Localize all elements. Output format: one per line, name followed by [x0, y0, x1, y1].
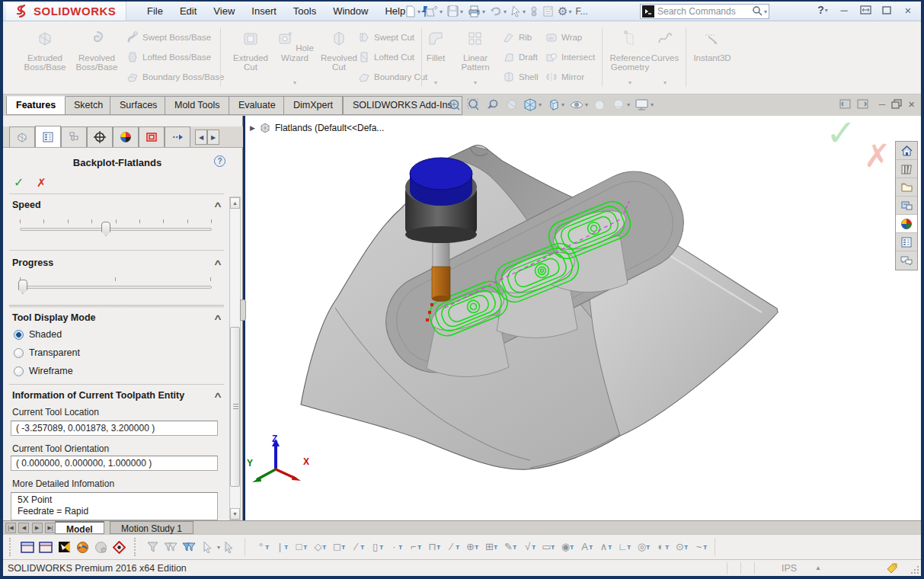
search-scope-icon[interactable]: [642, 5, 654, 18]
tab-mold-tools[interactable]: Mold Tools: [165, 96, 230, 115]
dropdown-arrow-icon[interactable]: ▾: [504, 8, 507, 15]
instant3d-button[interactable]: Instant3D: [689, 26, 736, 62]
scroll-up-button[interactable]: ▲: [230, 197, 240, 209]
flatlands-part-model[interactable]: [301, 146, 778, 470]
filter-axes-icon[interactable]: ∕: [347, 539, 366, 555]
tool-display-mode-header[interactable]: Tool Display Mode: [12, 312, 96, 323]
show-left-pane-icon[interactable]: [839, 99, 851, 109]
pm-ok-button[interactable]: ✓: [14, 175, 24, 190]
panel-splitter-handle[interactable]: [240, 299, 246, 321]
design-library-icon[interactable]: [896, 160, 917, 178]
tab-surfaces[interactable]: Surfaces: [110, 96, 167, 115]
view-orientation-button[interactable]: ▾: [523, 97, 542, 113]
confirmation-cancel-watermark[interactable]: ✗: [864, 137, 890, 174]
view-palette-icon[interactable]: [896, 197, 917, 215]
linear-pattern-button[interactable]: Linear Pattern: [456, 26, 495, 72]
open-button[interactable]: ▾: [423, 3, 444, 20]
select-button[interactable]: ▾: [509, 3, 527, 20]
feature-tree-root-item[interactable]: ▶ Flatlands (Default<<Defa...: [250, 122, 384, 133]
filter-planes-icon[interactable]: ▯: [366, 539, 385, 555]
doc-restore-button[interactable]: [891, 99, 902, 109]
tab-solidworks-add-ins[interactable]: SOLIDWORKS Add-Ins: [343, 96, 462, 115]
dropdown-arrow-icon[interactable]: ▾: [627, 101, 630, 108]
filter-notes-icon[interactable]: ◉: [556, 539, 575, 555]
extruded-boss-button[interactable]: Extruded Boss/Base: [21, 26, 69, 72]
filter-connection-points-icon[interactable]: ⊙: [670, 539, 689, 555]
reference-geometry-button[interactable]: Reference Geometry: [606, 26, 654, 72]
boundary-boss-button[interactable]: Boundary Boss/Base: [126, 70, 224, 84]
minimize-button[interactable]: ─: [836, 3, 852, 17]
tab-scroll-right-button[interactable]: ▶: [207, 130, 219, 145]
doc-minimize-button[interactable]: ─: [879, 99, 886, 110]
tab-next-button[interactable]: ▶: [32, 523, 43, 533]
motion-study-tab[interactable]: Motion Study 1: [110, 521, 193, 534]
tab-sketch[interactable]: Sketch: [64, 96, 113, 115]
filter-faces-icon[interactable]: □: [289, 539, 309, 555]
new-document-button[interactable]: ▾: [402, 3, 422, 20]
dropdown-arrow-icon[interactable]: ▾: [482, 8, 485, 15]
cam-manager-tab[interactable]: [139, 126, 165, 147]
toolbar-drag-handle[interactable]: [134, 538, 137, 556]
file-explorer-icon[interactable]: [896, 178, 917, 197]
dropdown-arrow-icon[interactable]: ▾: [271, 79, 318, 86]
filter-blocks-icon[interactable]: ◐: [651, 539, 670, 555]
menu-insert[interactable]: Insert: [243, 2, 285, 20]
radio-transparent[interactable]: Transparent: [14, 347, 80, 358]
target-diamond-icon[interactable]: [110, 539, 128, 555]
filter-dimensions-icon[interactable]: ✎: [499, 539, 518, 555]
collapse-chevron-icon[interactable]: ∧: [213, 390, 223, 400]
filter-points-icon[interactable]: ·: [385, 539, 404, 555]
menu-tools[interactable]: Tools: [285, 2, 325, 20]
clear-filters-icon[interactable]: [161, 539, 180, 555]
scroll-thumb[interactable]: [230, 327, 240, 487]
pm-cancel-button[interactable]: ✗: [37, 176, 46, 190]
collapse-chevron-icon[interactable]: ∧: [213, 200, 223, 210]
radio-wireframe[interactable]: Wireframe: [14, 366, 73, 376]
dropdown-arrow-icon[interactable]: ▾: [417, 8, 420, 15]
previous-view-button[interactable]: [484, 97, 500, 113]
wrap-button[interactable]: abWrap: [545, 30, 582, 44]
filter-centerline-icon[interactable]: ⊞: [480, 539, 499, 555]
zoom-to-fit-button[interactable]: [446, 97, 462, 113]
units-dropdown-arrow-icon[interactable]: ▲: [815, 565, 821, 571]
progress-slider-thumb[interactable]: [18, 280, 27, 294]
lofted-boss-button[interactable]: Lofted Boss/Base: [126, 50, 211, 64]
property-manager-tab[interactable]: [35, 126, 61, 147]
shell-button[interactable]: Shell: [503, 70, 539, 84]
dropdown-arrow-icon[interactable]: ▾: [606, 79, 654, 86]
extruded-cut-button[interactable]: Extruded Cut: [227, 26, 274, 72]
filter-geometric-tolerance-icon[interactable]: ▭: [537, 539, 556, 555]
help-icon[interactable]: ?: [214, 155, 225, 167]
show-right-pane-icon[interactable]: [857, 99, 868, 109]
run-macro-icon[interactable]: [55, 539, 73, 555]
toolpath-info-header[interactable]: Information of Current Toolpath Entity: [12, 390, 184, 401]
dropdown-arrow-icon[interactable]: ▾: [523, 8, 526, 15]
filter-surface-finish-icon[interactable]: √: [518, 539, 537, 555]
display-manager-tab[interactable]: [113, 126, 139, 147]
section-view-button[interactable]: [504, 97, 520, 113]
curves-button[interactable]: Curves: [647, 26, 683, 62]
filter-surface-bodies-icon[interactable]: ◇: [309, 539, 328, 555]
custom-properties-icon[interactable]: [896, 233, 917, 251]
print-button[interactable]: ▾: [465, 3, 487, 20]
dropdown-arrow-icon[interactable]: ▾: [456, 79, 495, 86]
revolved-cut-button[interactable]: Revolved Cut: [315, 26, 363, 72]
tab-scroll-left-button[interactable]: ◀: [195, 130, 207, 145]
filter-midpoints-icon[interactable]: ∕: [442, 539, 461, 555]
rib-button[interactable]: Rib: [503, 30, 532, 44]
appearances-scenes-icon[interactable]: [896, 215, 917, 233]
toolbar-drag-handle[interactable]: [9, 538, 12, 556]
filter-center-marks-icon[interactable]: ⊕: [461, 539, 480, 555]
options-gear-button[interactable]: ⚙▾: [556, 3, 573, 20]
hide-show-items-button[interactable]: ▾: [568, 97, 589, 113]
collapse-chevron-icon[interactable]: ∧: [213, 312, 223, 322]
tab-dimxpert[interactable]: DimXpert: [283, 96, 343, 115]
lofted-cut-button[interactable]: Lofted Cut: [358, 50, 414, 64]
more-detail-box[interactable]: 5X Point Feedrate = Rapid: [11, 492, 218, 520]
dropdown-arrow-icon[interactable]: ▾: [561, 101, 564, 108]
dropdown-arrow-icon[interactable]: ▾: [651, 101, 654, 108]
confirmation-accept-watermark[interactable]: ✓: [826, 116, 856, 154]
display-style-button[interactable]: ▾: [545, 97, 565, 113]
resize-grip[interactable]: [910, 565, 919, 574]
filter-datums-icon[interactable]: A: [575, 539, 594, 555]
